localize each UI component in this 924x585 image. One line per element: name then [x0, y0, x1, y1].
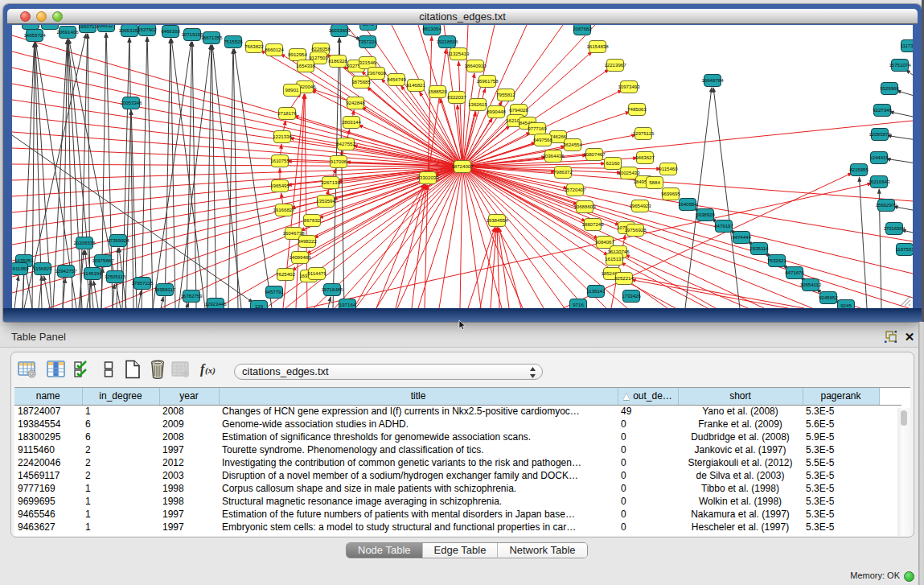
- show-columns-icon[interactable]: [47, 360, 66, 379]
- table-cell-out_de[interactable]: 0: [618, 521, 678, 534]
- node-table-grid[interactable]: namein_degreeyeartitleout_de…shortpagera…: [14, 388, 901, 534]
- table-options-icon[interactable]: [18, 360, 37, 379]
- network-canvas[interactable]: 1405572420691406196371310653271065326715…: [12, 25, 913, 308]
- tab-network-table[interactable]: Network Table: [498, 543, 586, 558]
- table-cell-name[interactable]: 14569117: [14, 469, 82, 482]
- table-cell-short[interactable]: Hescheler et al. (1997): [678, 521, 803, 534]
- memory-status-icon[interactable]: [904, 571, 914, 582]
- table-cell-out_de[interactable]: 0: [618, 456, 678, 469]
- table-cell-title[interactable]: Estimation of the future numbers of pati…: [219, 508, 618, 521]
- table-cell-in_degree[interactable]: 1: [82, 495, 159, 508]
- table-cell-name[interactable]: 18724007: [14, 405, 82, 418]
- table-row[interactable]: 2242004622012Investigating the contribut…: [14, 456, 901, 469]
- table-cell-pagerank[interactable]: 5.3E-5: [803, 495, 879, 508]
- table-row[interactable]: 1872400712008Changes of HCN gene express…: [14, 405, 901, 418]
- tab-edge-table[interactable]: Edge Table: [423, 543, 499, 558]
- column-header-short[interactable]: short: [678, 388, 803, 405]
- table-cell-pagerank[interactable]: 5.3E-5: [803, 508, 879, 521]
- table-cell-year[interactable]: 2009: [159, 418, 219, 431]
- table-cell-out_de[interactable]: 0: [618, 418, 678, 431]
- table-cell-year[interactable]: 2008: [159, 405, 219, 418]
- table-scrollbar-thumb[interactable]: [901, 410, 907, 426]
- table-cell-out_de[interactable]: 0: [618, 443, 678, 456]
- delete-table-icon[interactable]: [148, 360, 167, 379]
- table-row[interactable]: 911546021997Tourette syndrome. Phenomeno…: [14, 443, 901, 456]
- table-cell-title[interactable]: Tourette syndrome. Phenomenology and cla…: [219, 443, 618, 456]
- table-cell-out_de[interactable]: 0: [618, 482, 678, 495]
- table-cell-year[interactable]: 1997: [159, 521, 219, 534]
- function-builder-icon[interactable]: f (x): [199, 361, 219, 381]
- table-row[interactable]: 1830029562008Estimation of significance …: [14, 431, 901, 443]
- table-cell-name[interactable]: 18300295: [14, 431, 82, 443]
- table-cell-name[interactable]: 9699695: [14, 495, 82, 508]
- table-scrollbar[interactable]: [897, 408, 910, 536]
- column-header-title[interactable]: title: [219, 388, 618, 405]
- table-cell-name[interactable]: 9465546: [14, 508, 82, 521]
- table-cell-title[interactable]: Structural magnetic resonance image aver…: [219, 495, 618, 508]
- table-cell-short[interactable]: Dudbridge et al. (2008): [678, 431, 803, 443]
- table-cell-pagerank[interactable]: 5.5E-5: [803, 456, 879, 469]
- table-select-dropdown[interactable]: citations_edges.txt: [234, 364, 543, 380]
- table-cell-title[interactable]: Genome-wide association studies in ADHD.: [219, 418, 618, 431]
- new-table-icon[interactable]: [123, 360, 142, 379]
- table-cell-title[interactable]: Disruption of a novel member of a sodium…: [219, 469, 618, 482]
- table-cell-in_degree[interactable]: 1: [82, 405, 159, 418]
- table-cell-year[interactable]: 2003: [159, 469, 219, 482]
- table-cell-title[interactable]: Corpus callosum shape and size in male p…: [219, 482, 618, 495]
- table-row[interactable]: 969969511998Structural magnetic resonanc…: [14, 495, 901, 508]
- table-cell-short[interactable]: Yano et al. (2008): [678, 405, 803, 418]
- table-cell-short[interactable]: Jankovic et al. (1997): [678, 443, 803, 456]
- table-cell-in_degree[interactable]: 1: [82, 508, 159, 521]
- table-cell-out_de[interactable]: 49: [618, 405, 678, 418]
- table-cell-out_de[interactable]: 0: [618, 431, 678, 443]
- table-row[interactable]: 946554611997Estimation of the future num…: [14, 508, 901, 521]
- table-cell-short[interactable]: Wolkin et al. (1998): [678, 495, 803, 508]
- column-header-year[interactable]: year: [159, 388, 219, 405]
- table-cell-short[interactable]: Franke et al. (2009): [678, 418, 803, 431]
- table-cell-year[interactable]: 2012: [159, 456, 219, 469]
- table-cell-pagerank[interactable]: 5.9E-5: [803, 431, 879, 443]
- table-cell-short[interactable]: Stergiakouli et al. (2012): [678, 456, 803, 469]
- table-cell-year[interactable]: 1997: [159, 443, 219, 456]
- table-row[interactable]: 1938455462009Genome-wide association stu…: [14, 418, 901, 431]
- table-cell-year[interactable]: 2008: [159, 431, 219, 443]
- table-cell-in_degree[interactable]: 1: [82, 482, 159, 495]
- column-header-name[interactable]: name: [14, 388, 82, 405]
- window-titlebar[interactable]: citations_edges.txt: [7, 9, 918, 24]
- table-cell-in_degree[interactable]: 2: [82, 469, 159, 482]
- table-cell-short[interactable]: Nakamura et al. (1997): [678, 508, 803, 521]
- graph-node-teal[interactable]: [42, 25, 59, 30]
- table-cell-short[interactable]: Tibbo et al. (1998): [678, 482, 803, 495]
- float-window-icon[interactable]: [884, 330, 898, 344]
- table-cell-in_degree[interactable]: 2: [82, 456, 159, 469]
- table-cell-pagerank[interactable]: 5.3E-5: [803, 405, 879, 418]
- table-cell-title[interactable]: Changes of HCN gene expression and I(f) …: [219, 405, 618, 418]
- table-cell-name[interactable]: 9777169: [14, 482, 82, 495]
- resize-grip-icon[interactable]: [898, 294, 911, 307]
- table-row[interactable]: 946362711997Embryonic stem cells: a mode…: [14, 521, 901, 534]
- graph-node-teal[interactable]: [23, 25, 39, 30]
- table-cell-pagerank[interactable]: 5.3E-5: [803, 443, 879, 456]
- table-cell-in_degree[interactable]: 1: [82, 521, 159, 534]
- table-row[interactable]: 1456911722003Disruption of a novel membe…: [14, 469, 901, 482]
- table-cell-out_de[interactable]: 0: [618, 469, 678, 482]
- table-cell-name[interactable]: 19384554: [14, 418, 82, 431]
- column-header-in_degree[interactable]: in_degree: [82, 388, 159, 405]
- table-cell-name[interactable]: 9463627: [14, 521, 82, 534]
- table-cell-year[interactable]: 1998: [159, 495, 219, 508]
- table-cell-out_de[interactable]: 0: [618, 508, 678, 521]
- table-cell-pagerank[interactable]: 5.3E-5: [803, 482, 879, 495]
- table-cell-in_degree[interactable]: 6: [82, 431, 159, 443]
- table-cell-year[interactable]: 1998: [159, 482, 219, 495]
- tab-node-table[interactable]: Node Table: [347, 543, 423, 558]
- table-cell-out_de[interactable]: 0: [618, 495, 678, 508]
- table-cell-pagerank[interactable]: 5.6E-5: [803, 418, 879, 431]
- table-cell-year[interactable]: 1997: [159, 508, 219, 521]
- table-cell-name[interactable]: 22420046: [14, 456, 82, 469]
- row-height-icon[interactable]: [99, 360, 118, 379]
- table-cell-pagerank[interactable]: 5.3E-5: [803, 521, 879, 534]
- column-header-pagerank[interactable]: pagerank: [803, 388, 879, 405]
- table-cell-in_degree[interactable]: 6: [82, 418, 159, 431]
- select-mode-icon[interactable]: [73, 360, 92, 379]
- table-cell-pagerank[interactable]: 5.3E-5: [803, 469, 879, 482]
